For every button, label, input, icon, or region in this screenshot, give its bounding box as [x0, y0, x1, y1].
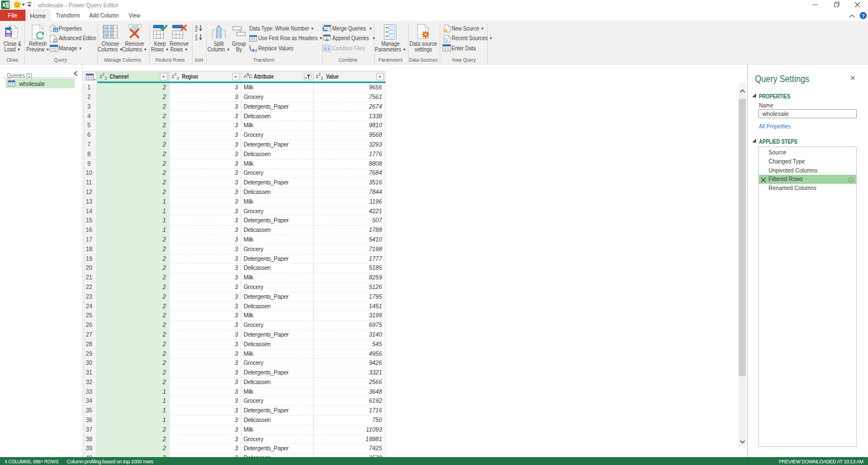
svg-text:Z: Z	[195, 28, 198, 32]
svg-text:A: A	[195, 37, 198, 41]
svg-text:?: ?	[862, 13, 865, 19]
svg-text:2: 2	[255, 48, 258, 53]
